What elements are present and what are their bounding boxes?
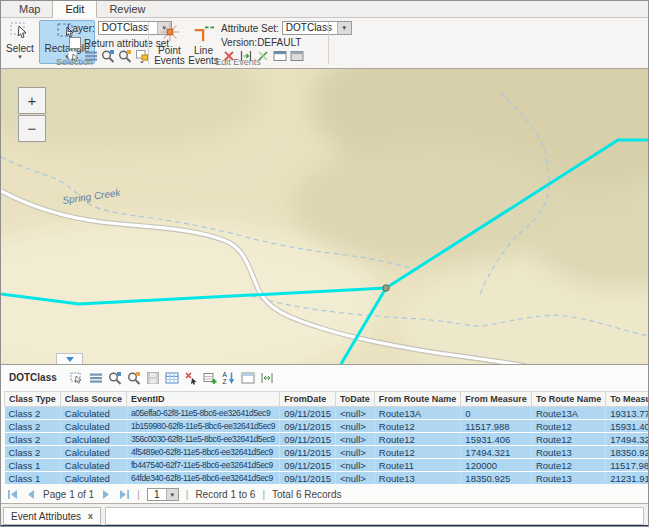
table-cell[interactable]: 09/11/2015 bbox=[280, 433, 336, 446]
zoom-selection-icon[interactable] bbox=[108, 371, 122, 385]
column-header[interactable]: Class Type bbox=[5, 392, 61, 407]
fit-columns-icon[interactable] bbox=[260, 371, 274, 385]
table-cell[interactable]: 21231.919 bbox=[606, 472, 649, 485]
tab-edit[interactable]: Edit bbox=[52, 0, 97, 18]
table-cell[interactable]: <null> bbox=[335, 459, 374, 472]
table-cell[interactable]: <null> bbox=[335, 472, 374, 485]
table-row[interactable]: Class 2Calculated1b159980-62f8-11e5-8bc6… bbox=[5, 420, 649, 433]
column-header[interactable]: From Route Name bbox=[374, 392, 461, 407]
table-cell[interactable]: <null> bbox=[335, 446, 374, 459]
table-cell[interactable]: 18350.925 bbox=[606, 446, 649, 459]
add-grid-icon[interactable] bbox=[203, 371, 217, 385]
table-row[interactable]: Class 1Calculatedfb447540-62f7-11e5-8bc6… bbox=[5, 459, 649, 472]
table-cell[interactable]: 18350.925 bbox=[461, 472, 532, 485]
select-box-icon[interactable] bbox=[70, 371, 84, 385]
table-cell[interactable]: 356c0030-62f8-11e5-8bc6-ee32641d5ec9 bbox=[126, 433, 279, 446]
last-page-button[interactable] bbox=[119, 489, 130, 500]
column-header[interactable]: EventID bbox=[126, 392, 279, 407]
column-header[interactable]: To Route Name bbox=[531, 392, 605, 407]
column-header[interactable]: ToDate bbox=[335, 392, 374, 407]
version-row: Version:DEFAULT bbox=[221, 37, 301, 48]
table-cell[interactable]: <null> bbox=[335, 433, 374, 446]
tab-review[interactable]: Review bbox=[97, 1, 157, 17]
table-cell[interactable]: 09/11/2015 bbox=[280, 407, 336, 420]
table-cell[interactable]: 19313.774 bbox=[606, 407, 649, 420]
route-junction-marker[interactable] bbox=[383, 285, 389, 291]
table-cell[interactable]: Class 2 bbox=[5, 446, 61, 459]
tab-event-attributes[interactable]: Event Attributes x bbox=[3, 507, 101, 525]
table-cell[interactable]: Route12 bbox=[374, 420, 461, 433]
table-cell[interactable]: Route12 bbox=[531, 459, 605, 472]
chevron-down-icon[interactable]: ▾ bbox=[337, 22, 351, 34]
table-cell[interactable]: Calculated bbox=[60, 472, 126, 485]
table-cell[interactable]: Calculated bbox=[60, 420, 126, 433]
table-cell[interactable]: 11517.988 bbox=[461, 420, 532, 433]
table-cell[interactable]: 09/11/2015 bbox=[280, 420, 336, 433]
table-cell[interactable]: Route13A bbox=[531, 407, 605, 420]
table-cell[interactable]: Calculated bbox=[60, 446, 126, 459]
next-page-button[interactable] bbox=[101, 489, 112, 500]
zoom-in-button[interactable]: + bbox=[18, 87, 46, 114]
table-cell[interactable]: <null> bbox=[335, 407, 374, 420]
page-number-select[interactable]: 1 ▾ bbox=[147, 488, 179, 501]
table-cell[interactable]: Route12 bbox=[531, 420, 605, 433]
table-cell[interactable]: Calculated bbox=[60, 433, 126, 446]
table-cell[interactable]: Class 2 bbox=[5, 433, 61, 446]
table-cell[interactable]: 120000 bbox=[461, 459, 532, 472]
column-header[interactable]: From Measure bbox=[461, 392, 532, 407]
table-cell[interactable]: Route13 bbox=[531, 446, 605, 459]
table-cell[interactable]: Route12 bbox=[374, 446, 461, 459]
table-cell[interactable]: Route12 bbox=[374, 433, 461, 446]
column-header[interactable]: To Measure bbox=[606, 392, 649, 407]
table-row[interactable]: Class 1Calculated64fde340-62f8-11e5-8bc6… bbox=[5, 472, 649, 485]
clear-selection-icon[interactable] bbox=[184, 371, 198, 385]
table-cell[interactable]: <null> bbox=[335, 420, 374, 433]
list-icon[interactable] bbox=[89, 371, 103, 385]
sort-icon[interactable]: AZ bbox=[222, 371, 236, 385]
table-row[interactable]: Class 2Calculated4f5489e0-62f8-11e5-8bc6… bbox=[5, 446, 649, 459]
return-attribute-set-checkbox[interactable] bbox=[69, 37, 81, 49]
table-cell[interactable]: Route13 bbox=[531, 472, 605, 485]
table-cell[interactable]: Class 2 bbox=[5, 420, 61, 433]
table-cell[interactable]: 17494.321 bbox=[461, 446, 532, 459]
map-viewport[interactable]: Spring Creek + − bbox=[1, 69, 649, 364]
panel-collapse-tab[interactable] bbox=[56, 353, 83, 364]
attribute-grid-icon[interactable] bbox=[165, 371, 179, 385]
table-cell[interactable]: 09/11/2015 bbox=[280, 459, 336, 472]
table-row[interactable]: Class 2Calculated356c0030-62f8-11e5-8bc6… bbox=[5, 433, 649, 446]
column-header[interactable]: FromDate bbox=[280, 392, 336, 407]
table-cell[interactable]: 0 bbox=[461, 407, 532, 420]
table-cell[interactable]: 17494.321 bbox=[606, 433, 649, 446]
table-cell[interactable]: 1b159980-62f8-11e5-8bc6-ee32641d5ec9 bbox=[126, 420, 279, 433]
save-icon[interactable] bbox=[146, 371, 160, 385]
table-cell[interactable]: Route11 bbox=[374, 459, 461, 472]
table-cell[interactable]: Route13 bbox=[374, 472, 461, 485]
table-cell[interactable]: Route12 bbox=[531, 433, 605, 446]
table-cell[interactable]: 15931.406 bbox=[461, 433, 532, 446]
table-cell[interactable]: Class 2 bbox=[5, 407, 61, 420]
table-cell[interactable]: 09/11/2015 bbox=[280, 446, 336, 459]
table-cell[interactable]: Class 1 bbox=[5, 472, 61, 485]
table-cell[interactable]: Class 1 bbox=[5, 459, 61, 472]
first-page-button[interactable] bbox=[7, 489, 18, 500]
table-cell[interactable]: 09/11/2015 bbox=[280, 472, 336, 485]
table-cell[interactable]: fb447540-62f7-11e5-8bc6-ee32641d5ec9 bbox=[126, 459, 279, 472]
prev-page-button[interactable] bbox=[25, 489, 36, 500]
table-cell[interactable]: 4f5489e0-62f8-11e5-8bc6-ee32641d5ec9 bbox=[126, 446, 279, 459]
table-cell[interactable]: 15931.406 bbox=[606, 420, 649, 433]
table-cell[interactable]: Calculated bbox=[60, 459, 126, 472]
tab-map[interactable]: Map bbox=[7, 1, 52, 17]
table-cell[interactable]: 64fde340-62f8-11e5-8bc6-ee32641d5ec9 bbox=[126, 472, 279, 485]
chevron-down-icon[interactable]: ▾ bbox=[166, 489, 178, 500]
table-cell[interactable]: 11517.988 bbox=[606, 459, 649, 472]
table-cell[interactable]: Calculated bbox=[60, 407, 126, 420]
column-header[interactable]: Class Source bbox=[60, 392, 126, 407]
table-cell[interactable]: Route13A bbox=[374, 407, 461, 420]
table-row[interactable]: Class 2Calculateda05effa0-62f8-11e5-8bc6… bbox=[5, 407, 649, 420]
zoom-out-button[interactable]: − bbox=[18, 115, 46, 142]
attribute-set-combobox[interactable]: DOTClass ▾ bbox=[282, 21, 352, 35]
identify-form-icon[interactable] bbox=[241, 371, 255, 385]
close-icon[interactable]: x bbox=[88, 511, 93, 521]
table-cell[interactable]: a05effa0-62f8-11e5-8bc6-ee32641d5ec9 bbox=[126, 407, 279, 420]
zoom-feature-icon[interactable] bbox=[127, 371, 141, 385]
